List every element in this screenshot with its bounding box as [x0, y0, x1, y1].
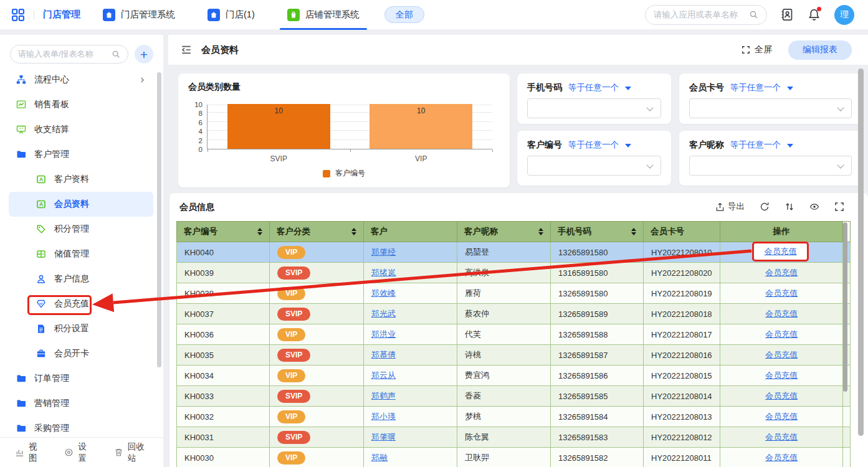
global-search-input[interactable]: 请输入应用或表单名称 — [645, 5, 767, 25]
table-fullscreen-icon[interactable] — [834, 202, 844, 212]
export-button[interactable]: 导出 — [715, 201, 745, 212]
filter-operator[interactable]: 等于任意一个 — [730, 139, 781, 151]
customer-phone: 13265891586 — [551, 366, 644, 386]
customer-link[interactable]: 郑光武 — [371, 309, 396, 318]
recharge-link[interactable]: 会员充值 — [765, 309, 798, 318]
fullscreen-button[interactable]: 全屏 — [742, 44, 772, 55]
column-header[interactable]: 客户昵称 — [457, 222, 551, 242]
customer-link[interactable]: 郑效峰 — [371, 288, 396, 298]
filter-operator[interactable]: 等于任意一个 — [568, 82, 619, 93]
contacts-icon[interactable] — [781, 8, 794, 21]
bar-chart: 024681010SVIP10VIP — [207, 105, 492, 149]
filter-operator[interactable]: 等于任意一个 — [730, 82, 781, 93]
footer-label: 回收站 — [128, 441, 148, 464]
table-row[interactable]: KH0039SVIP郑绪岚高洪泉13165891580HY20221208020… — [177, 263, 851, 283]
recharge-link[interactable]: 会员充值 — [765, 412, 798, 421]
recharge-link[interactable]: 会员充值 — [765, 329, 798, 339]
sidebar-item[interactable]: 收支结算 — [9, 117, 153, 142]
customer-nick-value: 高洪泉 — [465, 268, 489, 277]
filter-select[interactable] — [527, 98, 661, 118]
recharge-link[interactable]: 会员充值 — [765, 268, 798, 277]
customer-nick: 易堃登 — [457, 242, 551, 263]
member-card-value: HY20221208018 — [651, 309, 712, 319]
sidebar-item[interactable]: 客户管理 — [9, 142, 153, 167]
sort-icon[interactable] — [631, 228, 636, 235]
action-cell: 会员充值 — [720, 448, 843, 467]
recharge-link[interactable]: 会员充值 — [765, 391, 798, 400]
nav-tab[interactable]: 门店(1) — [191, 0, 271, 30]
add-button[interactable]: + — [135, 45, 153, 64]
table-row[interactable]: KH0036VIP郑洪业代芙13265891588HY20221208017会员… — [177, 324, 851, 345]
visibility-icon[interactable] — [809, 202, 819, 212]
apps-grid-icon[interactable] — [11, 8, 25, 22]
recharge-link[interactable]: 会员充值 — [765, 453, 798, 462]
customer-link[interactable]: 郑肇经 — [371, 247, 396, 257]
customer-phone-value: 13165891580 — [558, 268, 608, 278]
sidebar-item[interactable]: 积分设置 — [9, 316, 153, 341]
customer-link[interactable]: 郑鹤声 — [371, 391, 396, 400]
filter-select[interactable] — [689, 98, 852, 118]
table-scrollbar[interactable] — [843, 222, 847, 392]
table-row[interactable]: KH0030VIP郑融卫耿羿13265891582HY20221208011会员… — [177, 448, 851, 467]
recharge-link[interactable]: 会员充值 — [765, 288, 798, 298]
column-header[interactable]: 客户编号 — [177, 222, 270, 242]
recharge-link[interactable]: 会员充值 — [765, 432, 798, 441]
customer-link[interactable]: 郑洪业 — [371, 329, 396, 339]
collapse-sidebar-icon[interactable] — [181, 44, 192, 55]
nav-tab-label: 门店(1) — [226, 9, 255, 21]
table-row[interactable]: KH0037SVIP郑光武蔡农仲13265891589HY20221208018… — [177, 304, 851, 324]
table-row[interactable]: KH0038VIP郑效峰雁荷13265891580HY20221208019会员… — [177, 283, 851, 304]
recharge-link[interactable]: 会员充值 — [765, 370, 798, 380]
customer-nick-value: 卫耿羿 — [465, 453, 489, 462]
filter-operator[interactable]: 等于任意一个 — [568, 139, 619, 151]
sidebar-item[interactable]: 储值管理 — [9, 242, 153, 267]
sidebar-item[interactable]: A会员资料 — [9, 192, 153, 217]
table-row[interactable]: KH0033SVIP郑鹤声香菱13265891585HY20221208014会… — [177, 386, 851, 407]
filter-select[interactable] — [527, 156, 661, 176]
sidebar-item[interactable]: 销售看板 — [9, 92, 153, 117]
customer-link[interactable]: 郑融 — [371, 453, 388, 462]
nav-tab[interactable]: 门店管理系统 — [87, 0, 191, 30]
sidebar-item[interactable]: A客户资料 — [9, 167, 153, 192]
table-row[interactable]: KH0040VIP郑肇经易堃登13265891580HY20221208010会… — [177, 242, 851, 263]
workspace-name[interactable]: 门店管理 — [43, 9, 80, 21]
nav-tab[interactable]: 店铺管理系统 — [271, 0, 376, 30]
sort-icon[interactable] — [351, 228, 356, 235]
sort-icon[interactable] — [538, 228, 543, 235]
column-header[interactable]: 客户分类 — [270, 222, 364, 242]
avatar[interactable]: 理 — [834, 5, 854, 25]
sidebar-scrollbar[interactable] — [157, 72, 161, 367]
sidebar-item[interactable]: 会员开卡 — [9, 341, 153, 366]
page-scrollbar[interactable] — [858, 68, 864, 436]
filter-select[interactable] — [689, 156, 852, 176]
sidebar-item[interactable]: 积分管理 — [9, 217, 153, 242]
table-row[interactable]: KH0035SVIP郑慕倩诗桃13265891587HY20221208016会… — [177, 345, 851, 366]
notification-bell-icon[interactable] — [808, 8, 821, 21]
sidebar-footer-trash[interactable]: 回收站 — [114, 441, 148, 464]
sidebar-item[interactable]: 营销管理 — [9, 391, 153, 416]
sidebar-item[interactable]: 订单管理 — [9, 366, 153, 391]
form-search-input[interactable]: 请输入表单/报表名称 — [10, 45, 128, 64]
customer-id: KH0031 — [177, 427, 270, 448]
sort-icon[interactable] — [785, 202, 794, 212]
sort-icon[interactable] — [257, 228, 262, 235]
table-row[interactable]: KH0034VIP郑云从费宜鸿13265891586HY20221208015会… — [177, 366, 851, 386]
sidebar-footer-view[interactable]: 视图 — [15, 441, 42, 464]
recharge-link[interactable]: 会员充值 — [765, 246, 797, 257]
column-header[interactable]: 手机号码 — [551, 222, 644, 242]
table-row[interactable]: KH0031SVIP郑肇骥陈仓翼13265891583HY20221208012… — [177, 427, 851, 448]
customer-link[interactable]: 郑绪岚 — [371, 268, 396, 277]
sidebar-item[interactable]: 客户信息 — [9, 267, 153, 291]
all-apps-button[interactable]: 全部 — [384, 6, 424, 23]
refresh-icon[interactable] — [760, 202, 770, 212]
sidebar-item[interactable]: 流程中心 — [9, 67, 153, 92]
sidebar-footer-gear[interactable]: 设置 — [64, 441, 91, 464]
table-row[interactable]: KH0032VIP郑小瑛梦桃13265891584HY20221208013会员… — [177, 407, 851, 427]
edit-report-button[interactable]: 编辑报表 — [788, 40, 852, 60]
customer-phone: 13165891580 — [551, 263, 644, 283]
recharge-link[interactable]: 会员充值 — [765, 350, 798, 359]
customer-link[interactable]: 郑云从 — [371, 370, 396, 380]
customer-link[interactable]: 郑小瑛 — [371, 412, 396, 421]
customer-link[interactable]: 郑慕倩 — [371, 350, 396, 359]
customer-link[interactable]: 郑肇骥 — [371, 432, 396, 441]
